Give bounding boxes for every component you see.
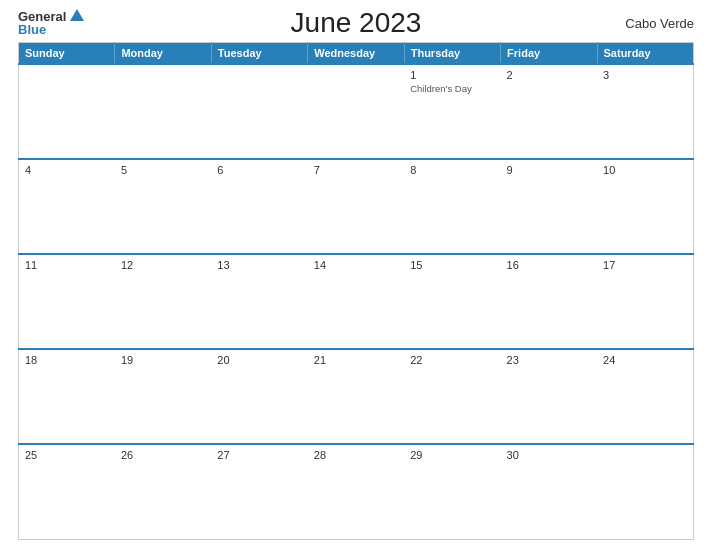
day-number: 6 [217, 164, 301, 176]
calendar-cell-w1-d6: 3 [597, 64, 693, 159]
calendar-cell-w3-d5: 16 [501, 254, 597, 349]
calendar-cell-w5-d4: 29 [404, 444, 500, 539]
calendar-title: June 2023 [291, 7, 422, 39]
day-number: 25 [25, 449, 109, 461]
calendar-cell-w1-d0 [19, 64, 115, 159]
day-number: 27 [217, 449, 301, 461]
col-monday: Monday [115, 43, 211, 65]
day-number: 5 [121, 164, 205, 176]
day-number: 24 [603, 354, 687, 366]
col-thursday: Thursday [404, 43, 500, 65]
calendar-cell-w4-d3: 21 [308, 349, 404, 444]
calendar-cell-w4-d5: 23 [501, 349, 597, 444]
calendar-cell-w5-d2: 27 [211, 444, 307, 539]
day-number: 13 [217, 259, 301, 271]
calendar-cell-w3-d2: 13 [211, 254, 307, 349]
day-number: 14 [314, 259, 398, 271]
col-tuesday: Tuesday [211, 43, 307, 65]
calendar-cell-w1-d1 [115, 64, 211, 159]
calendar-cell-w2-d4: 8 [404, 159, 500, 254]
logo-blue-text: Blue [18, 23, 46, 36]
calendar-cell-w1-d3 [308, 64, 404, 159]
day-number: 1 [410, 69, 494, 81]
calendar-cell-w5-d3: 28 [308, 444, 404, 539]
day-number: 10 [603, 164, 687, 176]
week-row-2: 45678910 [19, 159, 694, 254]
calendar-cell-w3-d4: 15 [404, 254, 500, 349]
calendar-cell-w4-d2: 20 [211, 349, 307, 444]
day-number: 23 [507, 354, 591, 366]
calendar-header: Sunday Monday Tuesday Wednesday Thursday… [19, 43, 694, 65]
calendar-cell-w5-d0: 25 [19, 444, 115, 539]
weekday-header-row: Sunday Monday Tuesday Wednesday Thursday… [19, 43, 694, 65]
week-row-1: 1Children's Day23 [19, 64, 694, 159]
day-number: 19 [121, 354, 205, 366]
calendar-cell-w4-d4: 22 [404, 349, 500, 444]
day-number: 18 [25, 354, 109, 366]
calendar-cell-w1-d2 [211, 64, 307, 159]
calendar-cell-w2-d1: 5 [115, 159, 211, 254]
week-row-5: 252627282930 [19, 444, 694, 539]
calendar-cell-w5-d1: 26 [115, 444, 211, 539]
calendar-cell-w5-d5: 30 [501, 444, 597, 539]
calendar-cell-w3-d6: 17 [597, 254, 693, 349]
logo-triangle-icon [70, 9, 84, 21]
day-number: 30 [507, 449, 591, 461]
calendar-cell-w2-d0: 4 [19, 159, 115, 254]
calendar-cell-w2-d3: 7 [308, 159, 404, 254]
week-row-4: 18192021222324 [19, 349, 694, 444]
calendar-cell-w1-d5: 2 [501, 64, 597, 159]
calendar-cell-w2-d6: 10 [597, 159, 693, 254]
day-number: 4 [25, 164, 109, 176]
day-number: 29 [410, 449, 494, 461]
day-number: 15 [410, 259, 494, 271]
col-sunday: Sunday [19, 43, 115, 65]
calendar-cell-w4-d0: 18 [19, 349, 115, 444]
day-number: 22 [410, 354, 494, 366]
calendar-cell-w3-d3: 14 [308, 254, 404, 349]
day-number: 28 [314, 449, 398, 461]
day-number: 8 [410, 164, 494, 176]
event-label: Children's Day [410, 83, 494, 94]
col-wednesday: Wednesday [308, 43, 404, 65]
day-number: 20 [217, 354, 301, 366]
col-saturday: Saturday [597, 43, 693, 65]
calendar-cell-w1-d4: 1Children's Day [404, 64, 500, 159]
calendar-cell-w4-d6: 24 [597, 349, 693, 444]
logo: General Blue [18, 10, 84, 36]
calendar-cell-w3-d0: 11 [19, 254, 115, 349]
day-number: 12 [121, 259, 205, 271]
week-row-3: 11121314151617 [19, 254, 694, 349]
day-number: 11 [25, 259, 109, 271]
day-number: 7 [314, 164, 398, 176]
calendar-cell-w3-d1: 12 [115, 254, 211, 349]
day-number: 2 [507, 69, 591, 81]
header: General Blue June 2023 Cabo Verde [18, 10, 694, 36]
day-number: 9 [507, 164, 591, 176]
calendar-cell-w4-d1: 19 [115, 349, 211, 444]
day-number: 21 [314, 354, 398, 366]
day-number: 26 [121, 449, 205, 461]
day-number: 17 [603, 259, 687, 271]
col-friday: Friday [501, 43, 597, 65]
calendar-body: 1Children's Day2345678910111213141516171… [19, 64, 694, 540]
day-number: 3 [603, 69, 687, 81]
region-label: Cabo Verde [625, 16, 694, 31]
day-number: 16 [507, 259, 591, 271]
page-wrapper: General Blue June 2023 Cabo Verde Sunday… [0, 0, 712, 550]
calendar-cell-w5-d6 [597, 444, 693, 539]
calendar-cell-w2-d2: 6 [211, 159, 307, 254]
calendar-table: Sunday Monday Tuesday Wednesday Thursday… [18, 42, 694, 540]
calendar-cell-w2-d5: 9 [501, 159, 597, 254]
